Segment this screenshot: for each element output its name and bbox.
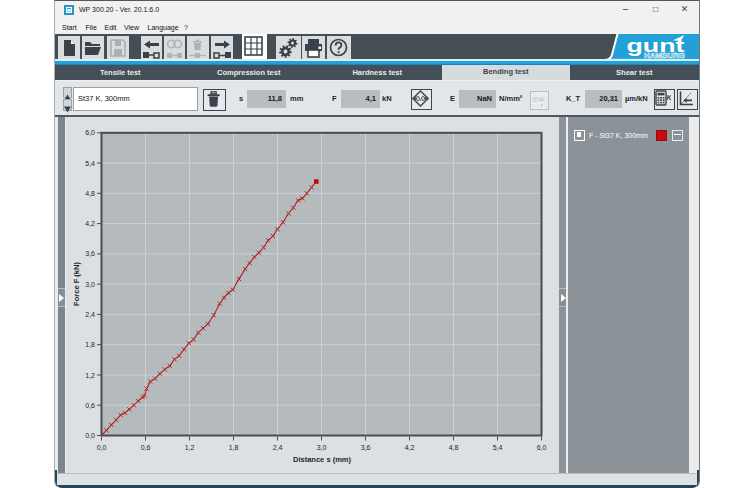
svg-text:0,6: 0,6 xyxy=(85,402,95,409)
svg-text:σ: σ xyxy=(541,94,545,100)
svg-text:6,0: 6,0 xyxy=(85,129,95,136)
svg-text:5,4: 5,4 xyxy=(85,160,95,167)
svg-text:3,6: 3,6 xyxy=(361,444,371,451)
svg-text:1,2: 1,2 xyxy=(85,372,95,379)
svg-text:ε: ε xyxy=(541,101,544,107)
svg-text:2,4: 2,4 xyxy=(273,444,283,451)
svg-text:4,2: 4,2 xyxy=(405,444,415,451)
svg-text:4,8: 4,8 xyxy=(449,444,459,451)
svg-text:3,0: 3,0 xyxy=(317,444,327,451)
svg-text:3,6: 3,6 xyxy=(85,250,95,257)
svg-text:0,6: 0,6 xyxy=(141,444,151,451)
svg-text:1,2: 1,2 xyxy=(185,444,195,451)
svg-text:2,4: 2,4 xyxy=(85,311,95,318)
svg-text:0,0: 0,0 xyxy=(97,444,107,451)
svg-text:5,4: 5,4 xyxy=(493,444,503,451)
svg-text:0,0: 0,0 xyxy=(85,432,95,439)
svg-text:3,0: 3,0 xyxy=(85,281,95,288)
svg-text:Distance s (mm): Distance s (mm) xyxy=(293,455,351,464)
svg-text:T: T xyxy=(670,99,671,104)
svg-text:Force F (kN): Force F (kN) xyxy=(72,262,81,306)
svg-text:1,8: 1,8 xyxy=(85,341,95,348)
svg-text:4,2: 4,2 xyxy=(85,220,95,227)
svg-text:6,0: 6,0 xyxy=(537,444,547,451)
svg-text:4,8: 4,8 xyxy=(85,190,95,197)
svg-text:1,8: 1,8 xyxy=(229,444,239,451)
